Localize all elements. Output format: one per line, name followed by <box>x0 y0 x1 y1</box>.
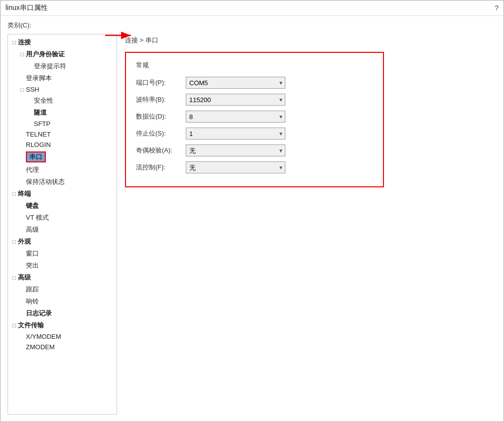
port-select-wrapper[interactable]: COM5 COM1 COM2 COM3 COM4 COM6 ▼ <box>186 77 285 89</box>
tree-item-xiang-ling[interactable]: 响铃 <box>8 295 117 307</box>
parity-row: 奇偶校验(A): 无 奇校验 偶校验 标记 空格 ▼ <box>136 144 373 156</box>
expand-icon-telnet <box>18 132 26 138</box>
flow-select[interactable]: 无 XON/XOFF RTS/CTS DSR/DTR <box>186 161 285 173</box>
baud-select-wrapper[interactable]: 115200 9600 19200 38400 57600 230400 ▼ <box>186 94 285 106</box>
tree-item-chuan-kou[interactable]: 串口 <box>8 150 117 164</box>
label-deng-lu-ti-shi: 登录提示符 <box>34 62 66 71</box>
tree-item-chuang-kou[interactable]: 窗口 <box>8 248 117 260</box>
data-select[interactable]: 8 5 6 7 <box>186 111 285 123</box>
tree-item-yong-hu[interactable]: □ 用户身份验证 <box>8 48 117 60</box>
label-sftp: SFTP <box>34 120 50 128</box>
expand-icon-wen-jian: □ <box>10 322 18 328</box>
label-gen-zong: 跟踪 <box>26 285 39 294</box>
label-jian-pan: 键盘 <box>26 201 39 210</box>
tree-item-gen-zong[interactable]: 跟踪 <box>8 283 117 295</box>
tree-item-tu-chu[interactable]: 突出 <box>8 260 117 272</box>
tree-item-wen-jian[interactable]: □ 文件传输 <box>8 319 117 331</box>
expand-icon-zmodem <box>18 344 26 350</box>
label-dai-li: 代理 <box>26 165 39 174</box>
title-bar: linux串口属性 ? <box>0 0 504 16</box>
baud-select[interactable]: 115200 9600 19200 38400 57600 230400 <box>186 94 285 106</box>
expand-icon-xymodem <box>18 334 26 340</box>
expand-icon-chuan-kou <box>18 154 26 160</box>
expand-icon-deng-lu-ti-shi <box>26 63 34 69</box>
tree-item-ri-zhi[interactable]: 日志记录 <box>8 307 117 319</box>
tree-item-deng-lu-jiao-ben[interactable]: 登录脚本 <box>8 72 117 84</box>
label-zmodem: ZMODEM <box>26 343 55 351</box>
expand-icon-gao-ji-terminal <box>18 227 26 233</box>
section-title: 常规 <box>136 61 373 70</box>
tree-item-bao-chi[interactable]: 保持活动状态 <box>8 176 117 188</box>
tree-item-rlogin[interactable]: RLOGIN <box>8 140 117 150</box>
tree-item-sftp[interactable]: SFTP <box>8 119 117 129</box>
label-gao-ji: 高级 <box>18 273 31 282</box>
stop-select[interactable]: 1 1.5 2 <box>186 128 285 140</box>
tree-item-deng-lu-ti-shi[interactable]: 登录提示符 <box>8 60 117 72</box>
port-label: 端口号(P): <box>136 78 186 87</box>
flow-row: 流控制(F): 无 XON/XOFF RTS/CTS DSR/DTR ▼ <box>136 161 373 173</box>
expand-icon-vt-mode <box>18 215 26 221</box>
flow-select-wrapper[interactable]: 无 XON/XOFF RTS/CTS DSR/DTR ▼ <box>186 161 285 173</box>
expand-icon-ssh: □ <box>18 87 26 93</box>
baud-row: 波特率(B): 115200 9600 19200 38400 57600 23… <box>136 94 373 106</box>
tree-panel[interactable]: □ 连接 □ 用户身份验证 登录提示符 <box>7 34 117 415</box>
label-xiang-ling: 响铃 <box>26 297 39 306</box>
title-bar-left: linux串口属性 <box>5 3 48 12</box>
tree-item-wai-guan[interactable]: □ 外观 <box>8 236 117 248</box>
label-wen-jian: 文件传输 <box>18 321 44 330</box>
expand-icon-dai-li <box>18 167 26 173</box>
label-rlogin: RLOGIN <box>26 141 51 148</box>
expand-icon-gen-zong <box>18 286 26 292</box>
tree-item-vt-mode[interactable]: VT 模式 <box>8 212 117 224</box>
tree-item-jian-pan[interactable]: 键盘 <box>8 200 117 212</box>
expand-icon-sui-dao <box>26 110 34 116</box>
expand-icon-zhong-duan: □ <box>10 191 18 197</box>
parity-select-wrapper[interactable]: 无 奇校验 偶校验 标记 空格 ▼ <box>186 144 285 156</box>
expand-icon-an-quan-xing <box>26 98 34 104</box>
tree-item-xymodem[interactable]: X/YMODEM <box>8 331 117 342</box>
tree-item-telnet[interactable]: TELNET <box>8 129 117 140</box>
tree-item-gao-ji[interactable]: □ 高级 <box>8 272 117 283</box>
label-lian-jie: 连接 <box>18 38 31 47</box>
tree-item-gao-ji-terminal[interactable]: 高级 <box>8 224 117 236</box>
expand-icon-lian-jie: □ <box>10 39 18 45</box>
tree-item-sui-dao[interactable]: 隧道 <box>8 107 117 119</box>
tree-item-dai-li[interactable]: 代理 <box>8 164 117 176</box>
label-zhong-duan: 终端 <box>18 189 31 198</box>
main-area: □ 连接 □ 用户身份验证 登录提示符 <box>7 34 497 415</box>
breadcrumb: 连接 > 串口 <box>125 34 497 47</box>
tree-item-zmodem[interactable]: ZMODEM <box>8 342 117 352</box>
expand-icon-ri-zhi <box>18 310 26 316</box>
expand-icon-rlogin <box>18 142 26 148</box>
expand-icon-tu-chu <box>18 263 26 269</box>
tree-item-ssh[interactable]: □ SSH <box>8 84 117 95</box>
expand-icon-yong-hu: □ <box>18 51 26 57</box>
label-ssh: SSH <box>26 86 39 93</box>
label-vt-mode: VT 模式 <box>26 213 49 222</box>
parity-select[interactable]: 无 奇校验 偶校验 标记 空格 <box>186 144 285 156</box>
stop-label: 停止位(S): <box>136 129 186 138</box>
data-select-wrapper[interactable]: 8 5 6 7 ▼ <box>186 111 285 123</box>
dialog-window: linux串口属性 ? 类别(C): □ 连接 □ 用户身 <box>0 0 504 422</box>
tree-item-lian-jie[interactable]: □ 连接 <box>8 36 117 48</box>
parity-label: 奇偶校验(A): <box>136 146 186 155</box>
label-telnet: TELNET <box>26 131 51 138</box>
dialog-body: 类别(C): □ 连接 □ 用户身份验证 <box>0 16 504 422</box>
tree-item-an-quan-xing[interactable]: 安全性 <box>8 95 117 107</box>
settings-box: 常规 端口号(P): COM5 COM1 COM2 COM3 COM4 COM6 <box>125 52 384 187</box>
label-sui-dao: 隧道 <box>34 108 47 117</box>
stop-row: 停止位(S): 1 1.5 2 ▼ <box>136 128 373 140</box>
baud-label: 波特率(B): <box>136 95 186 104</box>
expand-icon-deng-lu-jiao-ben <box>18 75 26 81</box>
expand-icon-bao-chi <box>18 179 26 185</box>
expand-icon-chuang-kou <box>18 251 26 257</box>
data-label: 数据位(D): <box>136 112 186 121</box>
port-select[interactable]: COM5 COM1 COM2 COM3 COM4 COM6 <box>186 77 285 89</box>
expand-icon-wai-guan: □ <box>10 239 18 245</box>
label-yong-hu: 用户身份验证 <box>26 50 65 59</box>
stop-select-wrapper[interactable]: 1 1.5 2 ▼ <box>186 128 285 140</box>
expand-icon-xiang-ling <box>18 298 26 304</box>
expand-icon-jian-pan <box>18 203 26 209</box>
tree-item-zhong-duan[interactable]: □ 终端 <box>8 188 117 200</box>
help-button[interactable]: ? <box>495 4 499 12</box>
